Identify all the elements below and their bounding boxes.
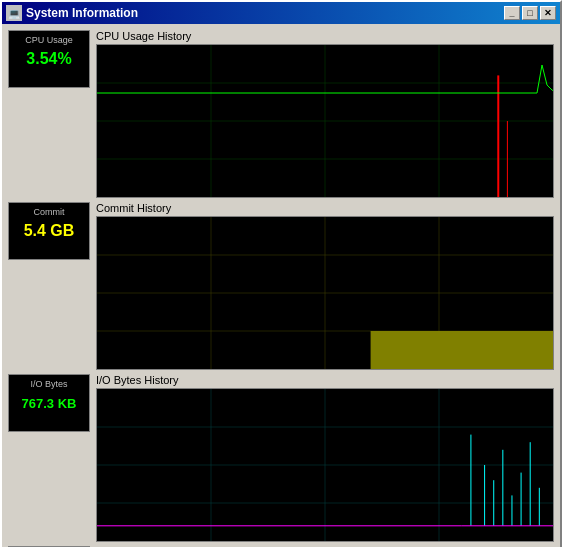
cpu-row: 3.54% CPU Usage CPU Usage History: [8, 30, 554, 198]
cpu-graph-svg: [97, 45, 553, 197]
commit-value: 5.4 GB: [24, 222, 75, 240]
cpu-history-col: CPU Usage History: [96, 30, 554, 198]
commit-gauge: 5.4 GB Commit: [8, 202, 90, 260]
io-gauge-box: 767.3 KB I/O Bytes: [8, 374, 90, 542]
io-row: 767.3 KB I/O Bytes I/O Bytes History: [8, 374, 554, 542]
cpu-history-title: CPU Usage History: [96, 30, 554, 42]
maximize-button[interactable]: □: [522, 6, 538, 20]
commit-gauge-box: 5.4 GB Commit: [8, 202, 90, 370]
window-icon: 💻: [6, 5, 22, 21]
system-information-window: 💻 System Information _ □ ✕ 3.54% CPU Usa…: [0, 0, 562, 547]
commit-history-title: Commit History: [96, 202, 554, 214]
svg-rect-16: [371, 331, 553, 369]
io-value: 767.3 KB: [22, 396, 77, 411]
cpu-gauge-box: 3.54% CPU Usage: [8, 30, 90, 198]
commit-history-graph: [96, 216, 554, 370]
cpu-gauge: 3.54% CPU Usage: [8, 30, 90, 88]
commit-history-col: Commit History: [96, 202, 554, 370]
commit-graph-svg: [97, 217, 553, 369]
commit-row: 5.4 GB Commit Commit History: [8, 202, 554, 370]
io-history-graph: [96, 388, 554, 542]
cpu-history-graph: [96, 44, 554, 198]
io-graph-svg: [97, 389, 553, 541]
window-title: System Information: [26, 6, 138, 20]
io-gauge: 767.3 KB I/O Bytes: [8, 374, 90, 432]
title-bar: 💻 System Information _ □ ✕: [2, 2, 560, 24]
io-history-title: I/O Bytes History: [96, 374, 554, 386]
minimize-button[interactable]: _: [504, 6, 520, 20]
window-controls: _ □ ✕: [504, 6, 556, 20]
close-button[interactable]: ✕: [540, 6, 556, 20]
cpu-value: 3.54%: [26, 50, 71, 68]
io-history-col: I/O Bytes History: [96, 374, 554, 542]
